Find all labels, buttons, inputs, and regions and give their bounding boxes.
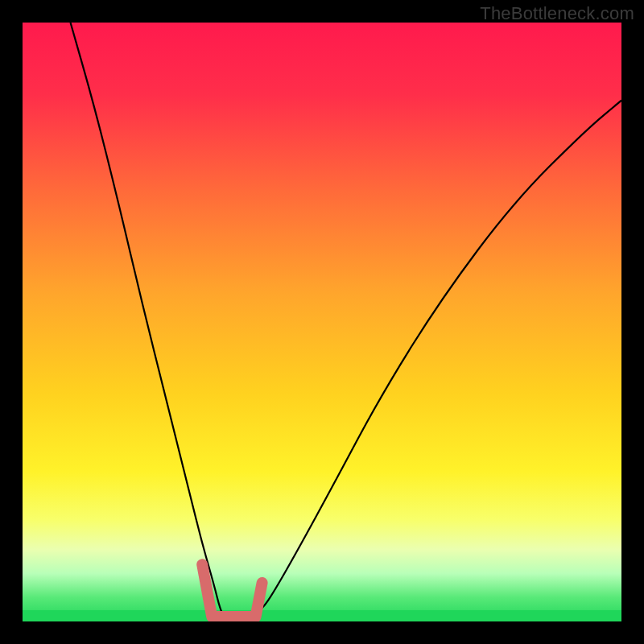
curve-layer <box>23 23 621 621</box>
chart-frame: TheBottleneck.com <box>0 0 644 644</box>
bottleneck-curve <box>71 23 621 621</box>
plot-area <box>23 23 621 621</box>
watermark-text: TheBottleneck.com <box>480 3 634 24</box>
